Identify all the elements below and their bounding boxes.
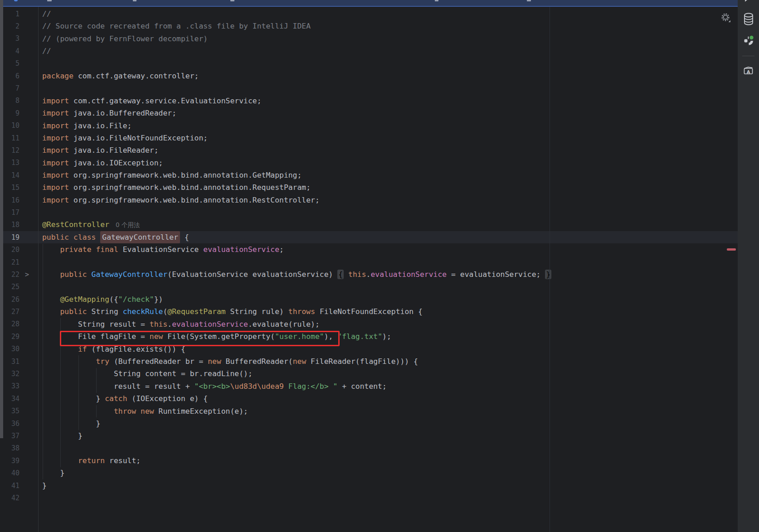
code-line-36[interactable]: 36 } bbox=[3, 417, 738, 430]
code-line-34[interactable]: 34 } catch (IOException e) { bbox=[3, 392, 738, 405]
line-number[interactable]: 13 bbox=[3, 159, 19, 167]
line-number[interactable]: 28 bbox=[3, 320, 19, 328]
line-number[interactable]: 37 bbox=[3, 432, 19, 440]
line-number[interactable]: 38 bbox=[3, 444, 19, 452]
code-line-16[interactable]: 16import org.springframework.web.bind.an… bbox=[3, 194, 738, 206]
code-segment-pl bbox=[42, 270, 60, 279]
code-line-40[interactable]: 40 } bbox=[3, 467, 738, 479]
code-line-6[interactable]: 6package com.ctf.gateway.controller; bbox=[3, 70, 738, 82]
code-line-41[interactable]: 41} bbox=[3, 479, 738, 492]
line-number[interactable]: 3 bbox=[3, 34, 19, 43]
code-line-35[interactable]: 35 throw new RuntimeException(e); bbox=[3, 405, 738, 417]
line-number[interactable]: 10 bbox=[3, 121, 19, 130]
line-number[interactable]: 22 bbox=[3, 271, 19, 279]
line-number[interactable]: 14 bbox=[3, 171, 19, 179]
code-line-37[interactable]: 37 } bbox=[3, 430, 738, 442]
line-number[interactable]: 34 bbox=[3, 395, 19, 403]
line-number[interactable]: 36 bbox=[3, 420, 19, 428]
code-line-21[interactable]: 21 bbox=[3, 256, 738, 268]
code-line-2[interactable]: 2// Source code recreated from a .class … bbox=[3, 20, 738, 32]
line-number[interactable]: 15 bbox=[3, 184, 19, 192]
code-editor[interactable]: 1//2// Source code recreated from a .cla… bbox=[0, 7, 738, 532]
code-lines[interactable]: 1//2// Source code recreated from a .cla… bbox=[3, 7, 738, 532]
line-number[interactable]: 27 bbox=[3, 308, 19, 316]
code-segment-pl bbox=[42, 357, 96, 366]
left-edge-strip[interactable] bbox=[0, 0, 3, 438]
code-line-32[interactable]: 32 String content = br.readLine(); bbox=[3, 368, 738, 380]
code-line-27[interactable]: 27 public String checkRule(@RequestParam… bbox=[3, 305, 738, 318]
line-number[interactable]: 5 bbox=[3, 59, 19, 68]
code-line-25[interactable]: 25 bbox=[3, 281, 738, 293]
code-line-4[interactable]: 4// bbox=[3, 45, 738, 57]
code-line-39[interactable]: 39 return result; bbox=[3, 455, 738, 467]
code-line-26[interactable]: 26 @GetMapping({"/check"}) bbox=[3, 293, 738, 305]
line-number[interactable]: 12 bbox=[3, 146, 19, 155]
line-number[interactable]: 35 bbox=[3, 407, 19, 415]
code-line-14[interactable]: 14import org.springframework.web.bind.an… bbox=[3, 169, 738, 181]
line-number[interactable]: 20 bbox=[3, 246, 19, 254]
line-number[interactable]: 4 bbox=[3, 47, 19, 55]
line-number[interactable]: 2 bbox=[3, 22, 19, 30]
code-segment-kw: import bbox=[42, 109, 69, 117]
line-number[interactable]: 11 bbox=[3, 134, 19, 142]
documentation-button[interactable]: A bbox=[738, 64, 759, 76]
line-number[interactable]: 16 bbox=[3, 196, 19, 204]
notifications-button[interactable] bbox=[738, 0, 759, 4]
line-number[interactable]: 18 bbox=[3, 221, 19, 229]
code-segment-com: // bbox=[42, 47, 51, 55]
code-text: import org.springframework.web.bind.anno… bbox=[42, 181, 738, 193]
line-number[interactable]: 17 bbox=[3, 208, 19, 217]
database-button[interactable] bbox=[738, 13, 759, 25]
ai-assistant-button[interactable] bbox=[738, 35, 759, 47]
editor-settings-button[interactable] bbox=[720, 11, 732, 24]
code-line-38[interactable]: 38 bbox=[3, 442, 738, 455]
code-segment-esc: \ud83d\udea9 bbox=[230, 382, 283, 391]
code-line-18[interactable]: 18@RestController0 个用法 bbox=[3, 219, 738, 231]
line-number[interactable]: 29 bbox=[3, 333, 19, 341]
line-number[interactable]: 25 bbox=[3, 283, 19, 291]
code-segment-pl: String result = bbox=[42, 320, 150, 329]
code-line-22[interactable]: 22> public GatewayController(EvaluationS… bbox=[3, 268, 738, 281]
code-line-9[interactable]: 9import java.io.BufferedReader; bbox=[3, 107, 738, 119]
code-line-20[interactable]: 20 private final EvaluationService evalu… bbox=[3, 243, 738, 256]
dropdown-arrow-icon bbox=[729, 20, 731, 23]
code-text: import java.io.FileNotFoundException; bbox=[42, 132, 738, 144]
line-number[interactable]: 41 bbox=[3, 482, 19, 490]
code-line-33[interactable]: 33 result = result + "<br><b>\ud83d\udea… bbox=[3, 380, 738, 392]
code-line-17[interactable]: 17 bbox=[3, 206, 738, 218]
line-number[interactable]: 26 bbox=[3, 295, 19, 304]
code-line-42[interactable]: 42 bbox=[3, 492, 738, 504]
code-segment-pl: result = result + bbox=[42, 382, 195, 391]
line-number[interactable]: 9 bbox=[3, 109, 19, 117]
code-line-1[interactable]: 1// bbox=[3, 8, 738, 20]
line-number[interactable]: 6 bbox=[3, 72, 19, 80]
code-line-19[interactable]: 19public class GatewayController { bbox=[3, 231, 738, 243]
code-line-13[interactable]: 13import java.io.IOException; bbox=[3, 157, 738, 169]
line-number[interactable]: 32 bbox=[3, 370, 19, 378]
code-line-15[interactable]: 15import org.springframework.web.bind.an… bbox=[3, 181, 738, 193]
fold-chevron-icon[interactable]: > bbox=[19, 271, 42, 279]
line-number[interactable]: 7 bbox=[3, 84, 19, 92]
code-segment-kw: throw bbox=[114, 407, 136, 416]
notifications-icon bbox=[742, 0, 755, 4]
code-line-7[interactable]: 7 bbox=[3, 82, 738, 94]
line-number[interactable]: 31 bbox=[3, 358, 19, 366]
code-line-10[interactable]: 10import java.io.File; bbox=[3, 120, 738, 132]
code-line-31[interactable]: 31 try (BufferedReader br = new Buffered… bbox=[3, 355, 738, 368]
code-line-8[interactable]: 8import com.ctf.gateway.service.Evaluati… bbox=[3, 95, 738, 107]
line-number[interactable]: 40 bbox=[3, 469, 19, 477]
line-number[interactable]: 39 bbox=[3, 457, 19, 465]
line-number[interactable]: 33 bbox=[3, 382, 19, 390]
line-number[interactable]: 30 bbox=[3, 345, 19, 353]
line-number[interactable]: 19 bbox=[3, 233, 19, 242]
line-number[interactable]: 42 bbox=[3, 494, 19, 502]
code-line-5[interactable]: 5 bbox=[3, 58, 738, 70]
code-line-28[interactable]: 28 String result = this.evaluationServic… bbox=[3, 318, 738, 330]
code-line-3[interactable]: 3// (powered by FernFlower decompiler) bbox=[3, 33, 738, 45]
error-stripe-mark[interactable] bbox=[727, 248, 736, 251]
line-number[interactable]: 1 bbox=[3, 10, 19, 18]
code-line-11[interactable]: 11import java.io.FileNotFoundException; bbox=[3, 132, 738, 144]
code-line-12[interactable]: 12import java.io.FileReader; bbox=[3, 144, 738, 156]
line-number[interactable]: 8 bbox=[3, 97, 19, 105]
line-number[interactable]: 21 bbox=[3, 258, 19, 266]
